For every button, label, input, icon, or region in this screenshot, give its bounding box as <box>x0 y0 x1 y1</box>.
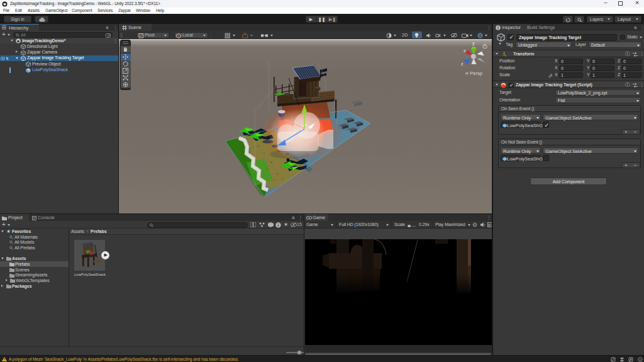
svg-text:y: y <box>472 41 475 46</box>
svg-text:⋖ Persp: ⋖ Persp <box>465 71 482 76</box>
svg-text:x: x <box>464 48 466 53</box>
svg-text:z: z <box>461 62 464 66</box>
